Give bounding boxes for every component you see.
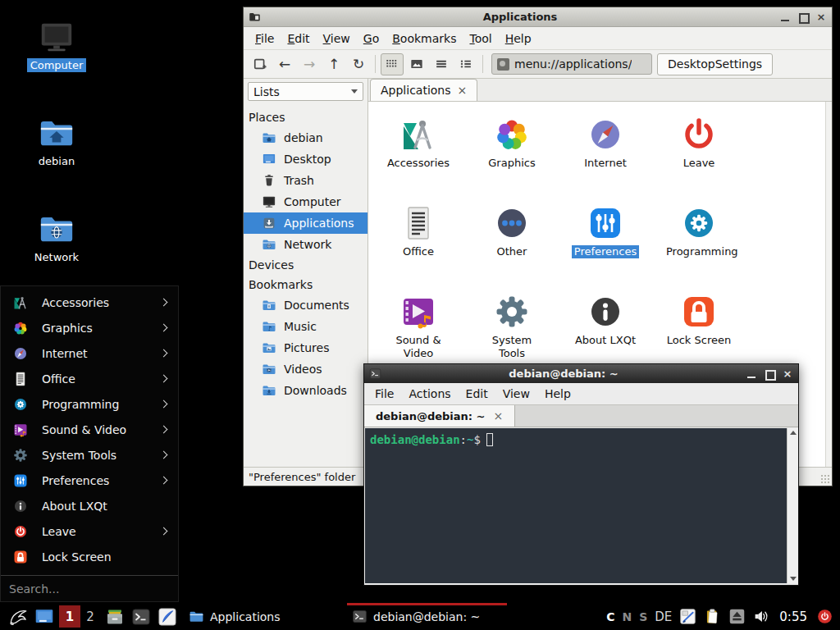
app-item-preferences[interactable]: Preferences [559, 199, 652, 287]
path-bar[interactable]: menu://applications/ [491, 53, 652, 75]
app-item-lock-screen[interactable]: Lock Screen [652, 287, 746, 376]
app-item-about-lxqt[interactable]: About LXQt [559, 287, 652, 376]
menu-item-system-tools[interactable]: System Tools [1, 442, 178, 468]
maximize-button[interactable] [764, 368, 775, 380]
menu-item-lock-screen[interactable]: Lock Screen [1, 544, 178, 569]
tab-close-icon[interactable]: × [458, 84, 468, 97]
scroll-down-icon[interactable] [790, 577, 797, 581]
app-item-graphics[interactable]: Graphics [465, 110, 559, 199]
sidebar-item-applications[interactable]: Applications [244, 212, 368, 234]
taskbar-window-terminal[interactable]: debian@debian: ~ [347, 603, 507, 630]
file-manager-launcher[interactable] [105, 607, 125, 627]
desktop-switcher-icon[interactable] [34, 606, 55, 628]
forward-button[interactable]: → [298, 53, 321, 75]
power-button[interactable] [816, 608, 833, 625]
minimize-button[interactable] [746, 368, 757, 380]
maximize-button[interactable] [797, 11, 809, 23]
sidebar-item-trash[interactable]: Trash [244, 170, 368, 191]
sidebar-item-videos[interactable]: Videos [244, 358, 368, 380]
menu-tool[interactable]: Tool [463, 30, 498, 48]
terminal-screen[interactable]: debian@debian:~$ [365, 428, 787, 583]
sidebar-item-music[interactable]: Music [244, 316, 368, 337]
sidebar-item-debian[interactable]: debian [244, 127, 368, 148]
menu-item-sound-video[interactable]: Sound & Video [1, 417, 178, 442]
desktop-icon-network[interactable]: Network [17, 210, 96, 264]
desktop-icon-computer[interactable]: Computer [17, 18, 96, 72]
sidebar-item-computer[interactable]: Computer [244, 191, 368, 212]
thumbnail-view-button[interactable] [405, 53, 428, 75]
menu-bookmarks[interactable]: Bookmarks [386, 30, 463, 48]
keyboard-layout-indicator[interactable]: DE [655, 609, 672, 624]
menu-actions[interactable]: Actions [401, 385, 458, 403]
clipboard-tray-icon[interactable] [704, 608, 721, 625]
close-button[interactable]: × [815, 11, 827, 23]
text-editor-launcher[interactable] [158, 607, 177, 627]
new-tab-button[interactable] [249, 53, 272, 75]
accessories-icon [399, 115, 438, 154]
app-item-accessories[interactable]: Accessories [372, 110, 465, 199]
taskbar-window-applications[interactable]: Applications [184, 603, 344, 630]
sidebar-item-network[interactable]: Network [244, 234, 368, 255]
desktop-icon-debian[interactable]: debian [17, 114, 96, 168]
menu-item-leave[interactable]: Leave [1, 518, 178, 544]
sidebar-item-downloads[interactable]: Downloads [244, 380, 368, 401]
terminal-tab[interactable]: debian@debian: ~ × [364, 405, 515, 427]
app-item-internet[interactable]: Internet [559, 110, 652, 199]
menu-item-office[interactable]: Office [1, 366, 178, 391]
scrollbar[interactable] [825, 102, 832, 467]
menu-help[interactable]: Help [537, 385, 578, 403]
fm-titlebar[interactable]: Applications × [244, 7, 832, 27]
app-menu-button[interactable] [7, 606, 29, 628]
clock[interactable]: 0:55 [779, 609, 807, 624]
app-item-system-tools[interactable]: System Tools [465, 287, 559, 376]
menu-item-programming[interactable]: Programming [1, 391, 178, 417]
sidebar-item-documents[interactable]: Documents [244, 294, 368, 316]
resize-grip[interactable] [820, 474, 830, 484]
menu-search [1, 575, 178, 601]
back-button[interactable]: ← [273, 53, 296, 75]
menu-view[interactable]: View [495, 385, 537, 403]
reload-button[interactable]: ↻ [347, 53, 370, 75]
app-item-leave[interactable]: Leave [652, 110, 746, 199]
tab-applications[interactable]: Applications × [370, 79, 477, 101]
menu-go[interactable]: Go [357, 30, 386, 48]
compact-view-button[interactable] [430, 53, 453, 75]
app-item-office[interactable]: Office [372, 199, 465, 287]
search-input[interactable] [1, 582, 178, 596]
about-icon [12, 498, 29, 514]
menu-help[interactable]: Help [499, 30, 538, 48]
volume-icon[interactable] [753, 608, 770, 625]
terminal-launcher[interactable] [131, 607, 151, 627]
menu-file[interactable]: File [368, 385, 401, 403]
up-button[interactable]: ↑ [322, 53, 345, 75]
terminal-scrollbar[interactable] [787, 428, 798, 583]
menu-edit[interactable]: Edit [459, 385, 495, 403]
icon-view-button[interactable] [381, 53, 404, 75]
tab-close-icon[interactable]: × [493, 409, 503, 422]
menu-view[interactable]: View [317, 30, 357, 48]
screenshot-tray-icon[interactable] [679, 608, 696, 625]
app-item-other[interactable]: Other [465, 199, 559, 287]
workspace-1-button[interactable]: 1 [59, 605, 80, 628]
sidebar-mode-select[interactable]: Lists [248, 82, 363, 101]
menu-item-graphics[interactable]: Graphics [1, 315, 178, 340]
sidebar-item-pictures[interactable]: Pictures [244, 337, 368, 358]
minimize-button[interactable] [779, 11, 791, 23]
app-item-programming[interactable]: Programming [652, 199, 746, 287]
desktop-settings-button[interactable]: DesktopSettings [657, 53, 773, 75]
sidebar-item-desktop[interactable]: Desktop [244, 148, 368, 170]
workspace-2-button[interactable]: 2 [82, 605, 98, 628]
menu-file[interactable]: File [249, 30, 281, 48]
menu-item-internet[interactable]: Internet [1, 340, 178, 366]
menu-item-accessories[interactable]: Accessories [1, 290, 178, 315]
terminal-titlebar[interactable]: debian@debian: ~ × [364, 364, 798, 383]
menu-item-about-lxqt[interactable]: About LXQt [1, 493, 178, 518]
sound-video-icon [12, 422, 29, 438]
menu-item-preferences[interactable]: Preferences [1, 468, 178, 493]
app-item-sound-video[interactable]: Sound & Video [372, 287, 465, 376]
removable-media-icon[interactable] [728, 608, 746, 625]
menu-edit[interactable]: Edit [281, 30, 316, 48]
scroll-up-icon[interactable] [790, 431, 797, 435]
detailed-view-button[interactable] [454, 53, 477, 75]
close-button[interactable]: × [782, 368, 793, 380]
